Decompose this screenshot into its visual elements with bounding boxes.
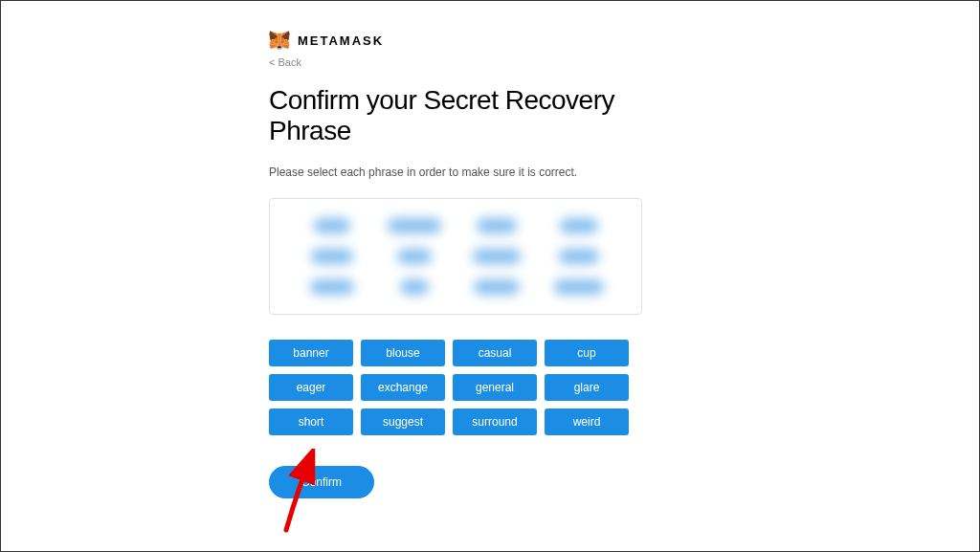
word-selection-grid: bannerblousecasualcupeagerexchangegenera… [269, 340, 671, 435]
word-chip-short[interactable]: short [269, 408, 353, 435]
blurred-word-placeholder [400, 279, 429, 295]
word-chip-general[interactable]: general [453, 374, 537, 401]
back-link[interactable]: < Back [269, 56, 301, 68]
word-chip-exchange[interactable]: exchange [361, 374, 445, 401]
word-chip-blouse[interactable]: blouse [361, 340, 445, 366]
word-chip-surround[interactable]: surround [453, 408, 537, 435]
metamask-fox-icon [269, 30, 290, 51]
selected-phrase-box [269, 198, 642, 315]
confirm-button[interactable]: Confirm [269, 466, 374, 498]
blurred-word-placeholder [388, 218, 441, 233]
word-chip-casual[interactable]: casual [453, 340, 537, 366]
blurred-word-placeholder [310, 279, 354, 295]
word-chip-suggest[interactable]: suggest [361, 408, 445, 435]
page-title: Confirm your Secret Recovery Phrase [269, 85, 671, 146]
blurred-word-placeholder [560, 218, 598, 233]
blurred-word-placeholder [314, 218, 350, 233]
brand-header: METAMASK [269, 30, 671, 51]
word-chip-banner[interactable]: banner [269, 340, 353, 366]
brand-name: METAMASK [298, 33, 384, 48]
blurred-word-placeholder [474, 279, 520, 295]
word-chip-glare[interactable]: glare [545, 374, 629, 401]
blurred-word-placeholder [477, 218, 517, 233]
word-chip-cup[interactable]: cup [545, 340, 629, 366]
blurred-word-placeholder [397, 249, 432, 264]
blurred-word-placeholder [554, 279, 604, 295]
main-container: METAMASK < Back Confirm your Secret Reco… [1, 1, 671, 498]
blurred-word-placeholder [311, 249, 353, 264]
word-chip-eager[interactable]: eager [269, 374, 353, 401]
blurred-word-placeholder [559, 249, 599, 264]
blurred-word-placeholder [473, 249, 521, 264]
instruction-text: Please select each phrase in order to ma… [269, 166, 671, 179]
word-chip-weird[interactable]: weird [545, 408, 629, 435]
